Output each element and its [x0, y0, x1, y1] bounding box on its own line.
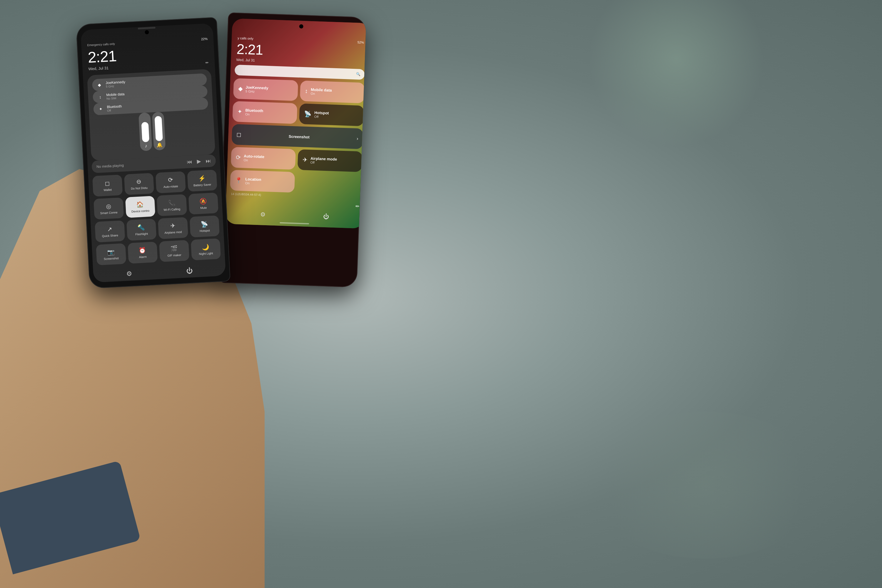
wifi-calling-icon: 📞 [168, 199, 176, 206]
smart-connect-label: Smart Conne [100, 211, 118, 215]
device-control-tile[interactable]: 🏠 Device contro [125, 196, 155, 218]
vol-slider-1[interactable]: ♪ [138, 112, 152, 151]
hotspot-tile-left[interactable]: 📡 Hotspot [189, 216, 220, 237]
flashlight-tile[interactable]: 🔦 Flashlight [126, 219, 156, 241]
bluetooth-subtitle-right: On [245, 112, 263, 116]
screenshot-title-right: Screenshot [289, 134, 310, 139]
bg-blur-2 [588, 412, 823, 559]
gif-maker-icon: 🎬 [170, 245, 178, 252]
airplane-label: Airplane mod [164, 230, 182, 234]
mobile-text-right: Mobile data On [311, 87, 332, 96]
battery-saver-tile[interactable]: ⚡ Battery Saver [187, 170, 217, 192]
wifi-calling-tile[interactable]: 📞 Wi-Fi Calling [157, 194, 187, 216]
device-control-icon: 🏠 [136, 201, 144, 208]
screenshot-icon-left: 📷 [107, 248, 115, 255]
wifi-calling-label: Wi-Fi Calling [164, 207, 180, 212]
location-tile-right[interactable]: 📍 Location On [230, 170, 295, 193]
night-light-tile[interactable]: 🌙 Night Light [190, 238, 221, 261]
screenshot-tile-left[interactable]: 📷 Screenshot [96, 243, 126, 265]
left-date: Wed, Jul 31 [88, 66, 108, 72]
phones-container: Emergency calls only 22% 2:21 Wed, Jul 3… [82, 15, 362, 285]
home-indicator-left[interactable] [145, 280, 175, 282]
play-icon[interactable]: ▶ [196, 158, 201, 165]
alarm-icon: ⏰ [138, 247, 146, 254]
device-control-label: Device contro [131, 209, 150, 213]
wifi-icon-left: ◆ [96, 81, 103, 88]
wifi-tile-right[interactable]: ◆ JoeKennedy 5 GHz [233, 78, 298, 101]
vol-icon-2: 🔔 [156, 142, 163, 148]
prev-track-icon[interactable]: ⏮ [187, 159, 192, 165]
airplane-icon: ✈ [170, 222, 176, 230]
alarm-label: Alarm [139, 255, 147, 259]
quick-share-tile[interactable]: ↗ Quick Share [94, 220, 125, 243]
mute-tile[interactable]: 🔕 Mute [188, 193, 219, 214]
hotspot-title-right: Hotspot [314, 110, 329, 115]
screenshot-tile-right[interactable]: ◻ Screenshot › [232, 124, 363, 149]
vol-slider-2[interactable]: 🔔 [152, 112, 166, 150]
hotspot-label-left: Hotspot [200, 229, 210, 232]
quick-share-label: Quick Share [102, 234, 118, 238]
wifi-text-right: JoeKennedy 5 GHz [246, 85, 268, 94]
bluetooth-tile-right[interactable]: ✦ Bluetooth On [232, 101, 297, 124]
wifi-icon-right: ◆ [238, 85, 243, 92]
settings-icon-right[interactable]: ⚙ [260, 211, 266, 218]
right-qs-grid: ◆ JoeKennedy 5 GHz ↕ Mobile data On [230, 78, 365, 195]
vol-icon-1: ♪ [145, 143, 147, 148]
dnd-icon: ⊖ [136, 178, 141, 185]
screenshot-label-left: Screenshot [104, 256, 119, 261]
screenshot-text-right: Screenshot [289, 134, 310, 139]
flashlight-icon: 🔦 [137, 224, 145, 231]
next-track-icon[interactable]: ⏭ [206, 158, 211, 164]
gif-maker-tile[interactable]: 🎬 GIF maker [159, 240, 189, 262]
bluetooth-label-left: Bluetooth [107, 104, 122, 109]
hotspot-icon-left: 📡 [201, 220, 208, 228]
night-light-label: Night Light [199, 252, 213, 255]
media-controls[interactable]: ⏮ ▶ ⏭ [187, 158, 211, 165]
autorotate-label: Auto-rotate [164, 184, 178, 189]
battery-saver-icon: ⚡ [198, 175, 206, 182]
right-phone: y calls only 52% 2:21 Wed, Jul 31 🔍 ◆ Jo… [219, 12, 366, 288]
smart-connect-tile[interactable]: ◎ Smart Conne [93, 198, 124, 220]
alarm-tile[interactable]: ⏰ Alarm [127, 242, 158, 264]
autorotate-tile-right[interactable]: ⟳ Auto-rotate On [231, 147, 296, 170]
mute-icon: 🔕 [200, 198, 207, 205]
airplane-tile[interactable]: ✈ Airplane mod [158, 217, 188, 239]
screenshot-icon-right: ◻ [236, 131, 242, 138]
power-icon-right[interactable]: ⏻ [323, 213, 329, 220]
wallet-icon: ◻ [105, 180, 110, 187]
wifi-subtitle-right: 5 GHz [246, 89, 268, 94]
mobile-subtitle-right: On [311, 92, 332, 96]
autorotate-text-right: Auto-rotate On [244, 154, 265, 162]
search-icon-right: 🔍 [356, 72, 360, 76]
location-text-right: Location On [245, 177, 261, 185]
settings-icon-left[interactable]: ⚙ [126, 270, 132, 278]
wifi-freq-left: 5 GHz [106, 84, 126, 88]
battery-saver-label: Battery Saver [194, 183, 212, 187]
wallet-tile[interactable]: ◻ Wallet [92, 175, 123, 196]
right-battery: 52% [357, 40, 364, 44]
mute-label: Mute [200, 206, 207, 210]
dnd-label: Do Not Distu [131, 186, 148, 190]
battery-level-left: 22% [201, 37, 208, 41]
right-screen: y calls only 52% 2:21 Wed, Jul 31 🔍 ◆ Jo… [225, 18, 366, 229]
airplane-icon-right: ✈ [302, 156, 308, 164]
autorotate-tile[interactable]: ⟳ Auto-rotate [156, 171, 186, 193]
location-icon-right: 📍 [235, 177, 243, 184]
hotspot-icon-right: 📡 [304, 110, 312, 118]
power-icon-left[interactable]: ⏻ [186, 267, 193, 275]
location-subtitle-right: On [245, 181, 261, 185]
gif-maker-label: GIF maker [167, 253, 182, 257]
autorotate-icon: ⟳ [168, 176, 173, 184]
camera-hole-right [299, 24, 303, 28]
home-indicator-right[interactable] [280, 222, 309, 224]
wallet-label: Wallet [104, 188, 112, 192]
vol-fill-1 [141, 122, 150, 142]
mobile-tile-right[interactable]: ↕ Mobile data On [300, 81, 365, 104]
flashlight-label: Flashlight [135, 232, 148, 236]
mobile-data-icon-left: ↕ [97, 93, 104, 100]
airplane-tile-right[interactable]: ✈ Airplane mode Off [297, 149, 363, 172]
hotspot-tile-right[interactable]: 📡 Hotspot Off [299, 104, 364, 126]
wifi-info: JoeKennedy 5 GHz [105, 80, 126, 88]
edit-icon-left[interactable]: ✏ [206, 61, 209, 65]
dnd-tile[interactable]: ⊖ Do Not Distu [124, 173, 154, 195]
